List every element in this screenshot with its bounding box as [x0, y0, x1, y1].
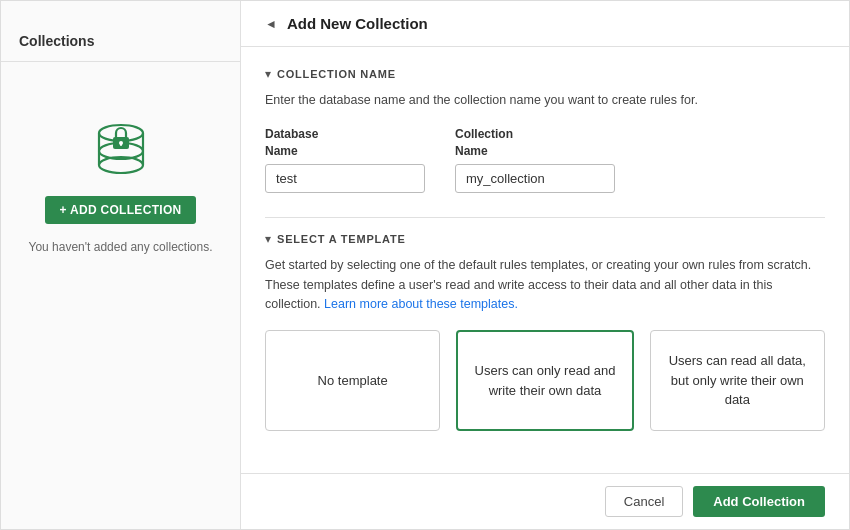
- collection-name-section-label: COLLECTION NAME: [277, 68, 396, 80]
- database-field-label: DatabaseName: [265, 126, 425, 160]
- no-collections-text: You haven't added any collections.: [29, 238, 213, 256]
- separator: [265, 217, 825, 218]
- collection-name-chevron-icon: ▾: [265, 67, 271, 81]
- sidebar-title: Collections: [1, 21, 240, 62]
- template-card-users-read-all[interactable]: Users can read all data, but only write …: [650, 330, 825, 431]
- add-collection-sidebar-button[interactable]: + ADD COLLECTION: [45, 196, 195, 224]
- add-collection-button[interactable]: Add Collection: [693, 486, 825, 517]
- right-panel: ◄ Add New Collection ▾ COLLECTION NAME E…: [241, 1, 849, 529]
- template-section-label: SELECT A TEMPLATE: [277, 233, 406, 245]
- modal-wrapper: Collections + ADD COLLECTION You haven't: [0, 0, 850, 530]
- sidebar: Collections + ADD COLLECTION You haven't: [1, 1, 241, 529]
- template-description: Get started by selecting one of the defa…: [265, 256, 825, 314]
- collection-name-input[interactable]: [455, 164, 615, 193]
- db-icon: [91, 122, 151, 182]
- template-card-no-template[interactable]: No template: [265, 330, 440, 431]
- learn-more-link[interactable]: Learn more about these templates.: [324, 297, 518, 311]
- back-arrow-icon[interactable]: ◄: [265, 17, 277, 31]
- collection-field-group: CollectionName: [455, 126, 615, 194]
- panel-header: ◄ Add New Collection: [241, 1, 849, 47]
- database-name-input[interactable]: [265, 164, 425, 193]
- collection-field-label: CollectionName: [455, 126, 615, 160]
- template-card-users-own-data[interactable]: Users can only read and write their own …: [456, 330, 633, 431]
- collection-name-description: Enter the database name and the collecti…: [265, 91, 825, 110]
- panel-body: ▾ COLLECTION NAME Enter the database nam…: [241, 47, 849, 473]
- template-section-header: ▾ SELECT A TEMPLATE: [265, 232, 825, 246]
- template-chevron-icon: ▾: [265, 232, 271, 246]
- cancel-button[interactable]: Cancel: [605, 486, 683, 517]
- database-field-group: DatabaseName: [265, 126, 425, 194]
- fields-row: DatabaseName CollectionName: [265, 126, 825, 194]
- panel-title: Add New Collection: [287, 15, 428, 32]
- collection-name-section-header: ▾ COLLECTION NAME: [265, 67, 825, 81]
- template-cards-container: No template Users can only read and writ…: [265, 330, 825, 431]
- svg-rect-10: [120, 143, 122, 146]
- panel-footer: Cancel Add Collection: [241, 473, 849, 529]
